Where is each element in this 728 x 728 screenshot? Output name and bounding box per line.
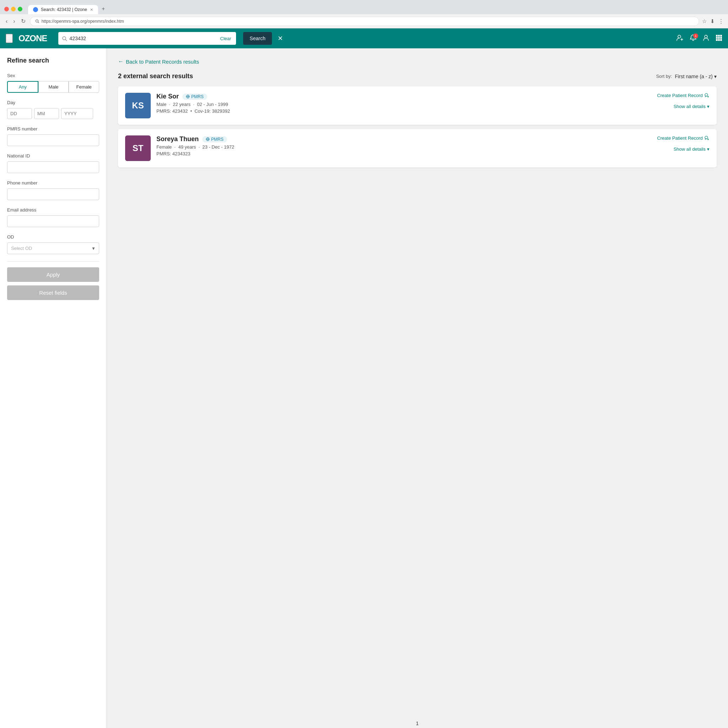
new-tab-button[interactable]: + <box>98 3 109 14</box>
svg-point-0 <box>34 8 37 11</box>
month-input[interactable] <box>34 108 59 119</box>
main-layout: Refine search Sex Any Male Female Day PM… <box>0 48 728 728</box>
show-details-btn-ks[interactable]: Show all details ▾ <box>674 104 710 109</box>
patient-sex-st: Female <box>156 144 172 150</box>
avatar-st: ST <box>125 135 151 161</box>
back-browser-btn[interactable]: ‹ <box>4 17 9 26</box>
sex-male-btn[interactable]: Male <box>38 81 69 93</box>
svg-rect-14 <box>720 37 722 39</box>
pmrs-badge-ks: PMRS <box>182 93 207 100</box>
main-content: ← Back to Patent Records results 2 exter… <box>107 48 728 710</box>
create-patient-btn-ks[interactable]: Create Patient Record <box>657 93 710 98</box>
app-logo: OZONE <box>18 34 47 43</box>
card-actions-st: Create Patient Record Show all details ▾ <box>657 135 710 152</box>
national-id-filter: National ID <box>7 153 99 173</box>
app-header: ☰ OZONE Clear Search ✕ 1 <box>0 28 728 48</box>
forward-browser-btn[interactable]: › <box>12 17 16 26</box>
apps-button[interactable] <box>715 34 722 43</box>
patient-cov-ks: Cov-19: 3829392 <box>194 109 230 114</box>
results-header: 2 external search results Sort by: First… <box>118 72 717 80</box>
avatar-initials-ks: KS <box>132 101 144 110</box>
patient-name-row-st: Soreya Thuen PMRS <box>156 135 651 143</box>
chevron-down-icon-st: ▾ <box>707 147 710 152</box>
page-number: 1 <box>416 720 419 726</box>
date-inputs <box>7 108 99 119</box>
card-actions-ks: Create Patient Record Show all details ▾ <box>657 93 710 109</box>
sort-dropdown[interactable]: First name (a - z) ▾ <box>674 73 717 79</box>
national-id-label: National ID <box>7 153 99 159</box>
od-wrapper: Select OD ▼ <box>7 242 99 254</box>
patient-pmrs-st: PMRS: 4234323 <box>156 151 190 156</box>
reload-btn[interactable]: ↻ <box>20 16 27 26</box>
pagination: 1 <box>107 710 728 728</box>
hamburger-menu[interactable]: ☰ <box>6 34 13 43</box>
svg-rect-13 <box>718 37 720 39</box>
svg-rect-12 <box>716 37 718 39</box>
patient-info-ks: Kie Sor PMRS Male · 22 years · 02 - Jun … <box>156 93 651 114</box>
search-icon <box>62 36 67 41</box>
create-patient-btn-st[interactable]: Create Patient Record <box>657 135 710 141</box>
pmrs-filter: PMRS number <box>7 126 99 146</box>
svg-rect-15 <box>716 39 718 41</box>
notification-button[interactable]: 1 <box>690 34 697 43</box>
globe-icon <box>186 95 190 98</box>
search-button[interactable]: Search <box>243 32 272 45</box>
patient-sex-ks: Male <box>156 102 166 107</box>
patient-details-ks: Male · 22 years · 02 - Jun - 1999 <box>156 102 651 107</box>
account-button[interactable] <box>702 34 710 43</box>
bookmark-btn[interactable]: ☆ <box>702 18 707 24</box>
header-icons: 1 <box>676 34 722 43</box>
search-close-btn[interactable]: ✕ <box>278 35 283 42</box>
od-label: OD <box>7 234 99 240</box>
browser-tab[interactable]: Search: 423432 | Ozone ✕ <box>28 5 98 14</box>
patient-dob-ks: 02 - Jun - 1999 <box>197 102 228 107</box>
clear-button[interactable]: Clear <box>219 36 232 41</box>
patient-age-st: 49 years <box>178 144 196 150</box>
chevron-down-icon-ks: ▾ <box>707 104 710 109</box>
pmrs-input[interactable] <box>7 135 99 146</box>
patient-pmrs-ks: PMRS: 423432 <box>156 109 188 114</box>
traffic-lights <box>4 7 22 11</box>
svg-rect-17 <box>720 39 722 41</box>
email-label: Email address <box>7 207 99 213</box>
apply-button[interactable]: Apply <box>7 267 99 282</box>
patient-dob-st: 23 - Dec - 1972 <box>202 144 234 150</box>
day-filter: Day <box>7 100 99 119</box>
sort-bar: Sort by: First name (a - z) ▾ <box>656 73 717 79</box>
tab-favicon <box>33 7 38 12</box>
sex-any-btn[interactable]: Any <box>7 81 38 93</box>
sort-by-label: Sort by: <box>656 73 672 79</box>
day-input[interactable] <box>7 108 32 119</box>
national-id-input[interactable] <box>7 161 99 173</box>
year-input[interactable] <box>61 108 93 119</box>
menu-btn[interactable]: ⋮ <box>719 18 724 24</box>
sex-filter: Sex Any Male Female <box>7 73 99 93</box>
search-input[interactable] <box>69 35 217 41</box>
patient-details-st: Female · 49 years · 23 - Dec - 1972 <box>156 144 651 150</box>
patient-name-row-ks: Kie Sor PMRS <box>156 93 651 100</box>
add-patient-icon-st <box>704 135 710 141</box>
patient-card-st: ST Soreya Thuen PMRS Female · 49 years <box>118 129 717 167</box>
od-select[interactable]: Select OD <box>7 242 99 254</box>
add-patient-icon <box>704 93 710 98</box>
maximize-window-btn[interactable] <box>18 7 22 11</box>
phone-input[interactable] <box>7 188 99 200</box>
sex-label: Sex <box>7 73 99 78</box>
add-user-button[interactable] <box>676 34 684 43</box>
avatar-initials-st: ST <box>133 143 144 153</box>
email-filter: Email address <box>7 207 99 227</box>
reset-fields-button[interactable]: Reset fields <box>7 286 99 300</box>
close-window-btn[interactable] <box>4 7 9 11</box>
tab-close-btn[interactable]: ✕ <box>90 8 93 12</box>
patient-ids-ks: PMRS: 423432 • Cov-19: 3829392 <box>156 109 651 114</box>
pmrs-badge-label-st: PMRS <box>211 137 223 142</box>
sex-female-btn[interactable]: Female <box>69 81 99 93</box>
show-details-btn-st[interactable]: Show all details ▾ <box>674 147 710 152</box>
pmrs-label: PMRS number <box>7 126 99 132</box>
download-btn[interactable]: ⬇ <box>710 18 715 24</box>
minimize-window-btn[interactable] <box>11 7 16 11</box>
svg-rect-11 <box>720 35 722 37</box>
back-link[interactable]: ← Back to Patent Records results <box>118 58 717 65</box>
address-bar[interactable]: https://openmrs-spa.org/openmrs/index.ht… <box>30 17 699 26</box>
email-input[interactable] <box>7 216 99 227</box>
